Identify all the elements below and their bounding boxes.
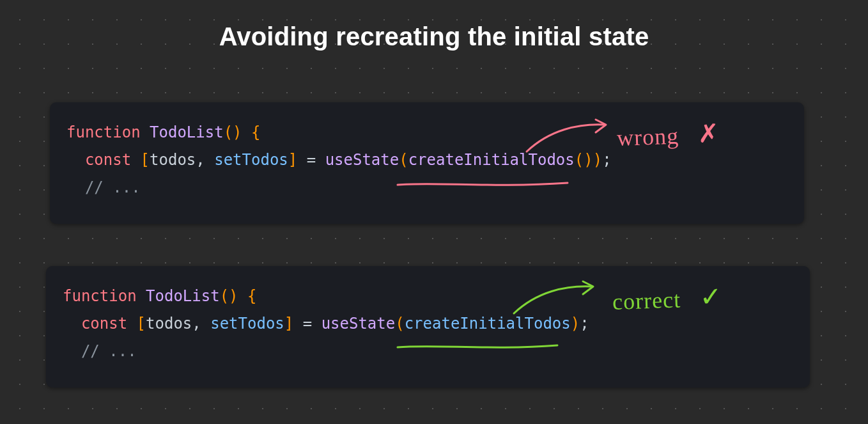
- token-space: [127, 315, 136, 333]
- token-lbracket: [: [141, 151, 150, 169]
- token-lparen: (: [399, 151, 408, 169]
- token-todos: todos: [150, 151, 196, 169]
- token-space: [238, 287, 247, 305]
- token-comment: // ...: [85, 178, 141, 196]
- token-space: [131, 151, 140, 169]
- token-comment: // ...: [81, 342, 137, 360]
- token-space: [242, 123, 251, 141]
- token-rparen: ): [593, 151, 602, 169]
- token-rparen: ): [571, 315, 580, 333]
- token-const: const: [81, 315, 127, 333]
- token-settodos: setTodos: [210, 315, 284, 333]
- token-createinitial: createInitialTodos: [408, 151, 575, 169]
- token-comma: ,: [192, 315, 210, 333]
- token-nl: [63, 342, 81, 360]
- token-const: const: [85, 151, 131, 169]
- code-block-correct: function TodoList() { const [todos, setT…: [46, 266, 810, 388]
- token-lparen: (: [395, 315, 404, 333]
- token-fn-name: TodoList: [150, 123, 224, 141]
- token-usestate: useState: [325, 151, 399, 169]
- token-rbracket: ]: [288, 151, 297, 169]
- token-equals: =: [297, 151, 325, 169]
- token-usestate: useState: [322, 315, 396, 333]
- token-function: function: [66, 123, 141, 141]
- slide-title: Avoiding recreating the initial state: [0, 22, 868, 51]
- token-fn-name: TodoList: [146, 287, 220, 305]
- token-todos: todos: [146, 315, 192, 333]
- token-function: function: [63, 287, 137, 305]
- token-comma: ,: [196, 151, 214, 169]
- token-semi: ;: [602, 151, 611, 169]
- token-nl: [66, 178, 85, 196]
- slide-canvas: Avoiding recreating the initial state fu…: [0, 0, 868, 424]
- token-nl: [66, 151, 85, 169]
- token-brace: {: [247, 287, 256, 305]
- token-parens: (): [224, 123, 242, 141]
- token-lbracket: [: [137, 315, 146, 333]
- token-call-parens: (): [575, 151, 593, 169]
- code-block-wrong: function TodoList() { const [todos, setT…: [50, 102, 804, 224]
- token-space: [137, 287, 146, 305]
- token-settodos: setTodos: [214, 151, 288, 169]
- token-semi: ;: [580, 315, 589, 333]
- token-brace: {: [251, 123, 260, 141]
- token-equals: =: [293, 315, 321, 333]
- token-space: [141, 123, 150, 141]
- token-createinitial-ref: createInitialTodos: [405, 315, 571, 333]
- token-rbracket: ]: [284, 315, 293, 333]
- token-nl: [63, 315, 81, 333]
- token-parens: (): [220, 287, 238, 305]
